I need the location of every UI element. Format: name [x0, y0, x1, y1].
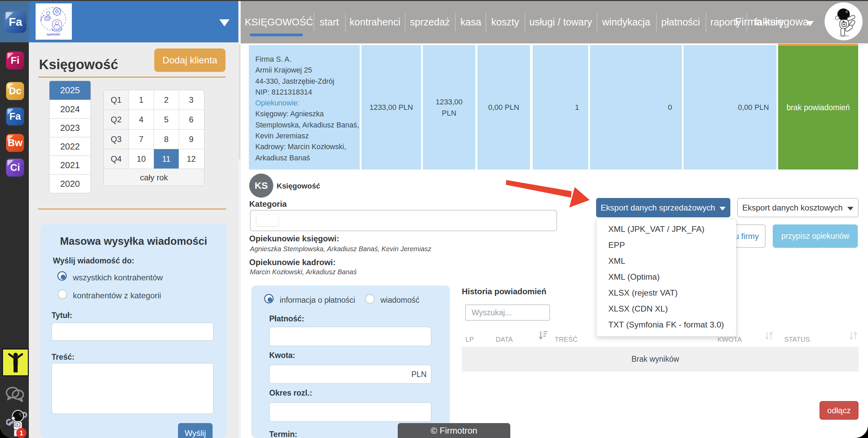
svg-text:SUPPORT: SUPPORT — [46, 33, 61, 36]
